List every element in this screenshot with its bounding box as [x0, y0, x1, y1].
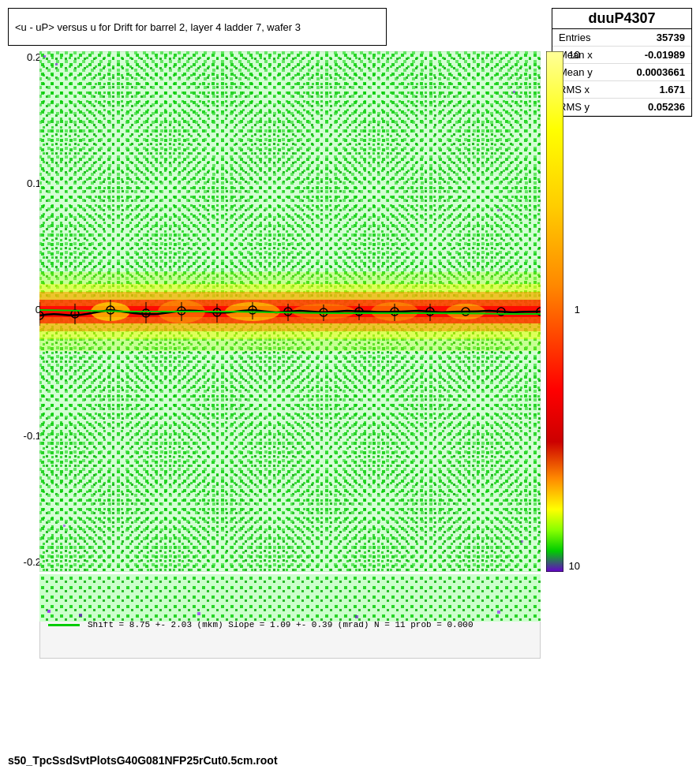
y-label-n02: -0.2 — [24, 556, 41, 568]
svg-rect-36 — [63, 525, 66, 527]
stats-rmsy-value: 0.05236 — [648, 101, 685, 113]
svg-rect-34 — [513, 91, 515, 93]
stats-box: duuP4307 Entries 35739 Mean x -0.01989 M… — [552, 8, 692, 117]
svg-rect-67 — [39, 574, 541, 622]
main-container: <u - uP> versus u for Drift for barrel 2… — [0, 0, 700, 773]
legend-green-line — [48, 624, 80, 626]
svg-rect-69 — [79, 614, 82, 617]
stats-entries-value: 35739 — [657, 32, 685, 43]
stats-rmsx-row: RMS x 1.671 — [552, 81, 691, 99]
chart-title: <u - uP> versus u for Drift for barrel 2… — [15, 21, 301, 33]
svg-rect-37 — [521, 540, 523, 543]
lower-scatter — [39, 574, 541, 622]
svg-rect-65 — [546, 51, 563, 572]
stats-meanx-value: -0.01989 — [645, 49, 685, 61]
scale-label-top: 10 — [569, 49, 580, 61]
y-label-n01: -0.1 — [24, 430, 41, 442]
svg-rect-72 — [497, 611, 500, 614]
color-scale-bar — [546, 51, 563, 572]
y-axis: 0.2 0.1 0 -0.1 -0.2 — [8, 51, 41, 572]
stats-entries-label: Entries — [559, 32, 590, 43]
stats-title: duuP4307 — [552, 9, 691, 29]
svg-rect-35 — [497, 209, 500, 211]
svg-rect-33 — [55, 63, 58, 65]
scale-label-mid: 1 — [575, 304, 580, 316]
stats-meany-row: Mean y 0.0003661 — [552, 64, 691, 81]
filename: s50_TpcSsdSvtPlotsG40G081NFP25rCut0.5cm.… — [8, 754, 278, 767]
stats-rmsx-value: 1.671 — [659, 84, 685, 95]
title-box: <u - uP> versus u for Drift for barrel 2… — [8, 8, 387, 46]
svg-rect-32 — [43, 55, 46, 58]
svg-rect-68 — [47, 610, 51, 613]
svg-rect-71 — [355, 615, 358, 618]
stats-meany-label: Mean y — [559, 66, 593, 78]
stats-rmsy-row: RMS y 0.05236 — [552, 99, 691, 116]
stats-meany-value: 0.0003661 — [637, 66, 685, 78]
scale-label-bot: 10 — [569, 560, 580, 572]
scatter-plot — [39, 51, 541, 572]
stats-entries-row: Entries 35739 — [552, 29, 691, 47]
svg-rect-70 — [197, 612, 200, 615]
